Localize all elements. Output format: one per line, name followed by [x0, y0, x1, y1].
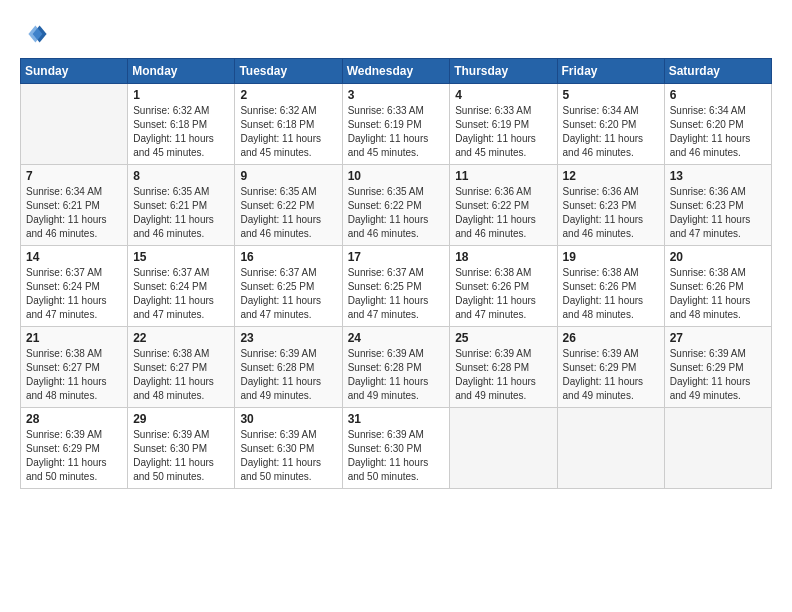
- day-number: 18: [455, 250, 551, 264]
- calendar-cell: 26Sunrise: 6:39 AMSunset: 6:29 PMDayligh…: [557, 327, 664, 408]
- day-info: Sunrise: 6:32 AMSunset: 6:18 PMDaylight:…: [133, 104, 229, 160]
- calendar-cell: 17Sunrise: 6:37 AMSunset: 6:25 PMDayligh…: [342, 246, 450, 327]
- calendar-cell: 30Sunrise: 6:39 AMSunset: 6:30 PMDayligh…: [235, 408, 342, 489]
- day-info: Sunrise: 6:39 AMSunset: 6:29 PMDaylight:…: [563, 347, 659, 403]
- day-number: 17: [348, 250, 445, 264]
- day-number: 9: [240, 169, 336, 183]
- day-info: Sunrise: 6:35 AMSunset: 6:22 PMDaylight:…: [348, 185, 445, 241]
- calendar-cell: 24Sunrise: 6:39 AMSunset: 6:28 PMDayligh…: [342, 327, 450, 408]
- calendar-table: SundayMondayTuesdayWednesdayThursdayFrid…: [20, 58, 772, 489]
- calendar-cell: 20Sunrise: 6:38 AMSunset: 6:26 PMDayligh…: [664, 246, 771, 327]
- general-blue-logo-icon: [20, 20, 48, 48]
- day-number: 2: [240, 88, 336, 102]
- calendar-header-friday: Friday: [557, 59, 664, 84]
- day-info: Sunrise: 6:33 AMSunset: 6:19 PMDaylight:…: [348, 104, 445, 160]
- day-info: Sunrise: 6:37 AMSunset: 6:24 PMDaylight:…: [26, 266, 122, 322]
- day-info: Sunrise: 6:35 AMSunset: 6:21 PMDaylight:…: [133, 185, 229, 241]
- day-number: 3: [348, 88, 445, 102]
- day-number: 4: [455, 88, 551, 102]
- day-info: Sunrise: 6:39 AMSunset: 6:29 PMDaylight:…: [670, 347, 766, 403]
- day-info: Sunrise: 6:39 AMSunset: 6:30 PMDaylight:…: [133, 428, 229, 484]
- day-number: 5: [563, 88, 659, 102]
- calendar-cell: [664, 408, 771, 489]
- day-number: 25: [455, 331, 551, 345]
- day-number: 26: [563, 331, 659, 345]
- calendar-cell: 5Sunrise: 6:34 AMSunset: 6:20 PMDaylight…: [557, 84, 664, 165]
- calendar-cell: 28Sunrise: 6:39 AMSunset: 6:29 PMDayligh…: [21, 408, 128, 489]
- day-info: Sunrise: 6:34 AMSunset: 6:21 PMDaylight:…: [26, 185, 122, 241]
- calendar-cell: [21, 84, 128, 165]
- day-number: 12: [563, 169, 659, 183]
- day-number: 11: [455, 169, 551, 183]
- day-info: Sunrise: 6:37 AMSunset: 6:24 PMDaylight:…: [133, 266, 229, 322]
- day-info: Sunrise: 6:35 AMSunset: 6:22 PMDaylight:…: [240, 185, 336, 241]
- calendar-cell: 18Sunrise: 6:38 AMSunset: 6:26 PMDayligh…: [450, 246, 557, 327]
- day-info: Sunrise: 6:39 AMSunset: 6:28 PMDaylight:…: [455, 347, 551, 403]
- day-number: 15: [133, 250, 229, 264]
- calendar-cell: 6Sunrise: 6:34 AMSunset: 6:20 PMDaylight…: [664, 84, 771, 165]
- calendar-cell: [450, 408, 557, 489]
- calendar-week-row: 1Sunrise: 6:32 AMSunset: 6:18 PMDaylight…: [21, 84, 772, 165]
- day-number: 28: [26, 412, 122, 426]
- day-number: 20: [670, 250, 766, 264]
- calendar-header-row: SundayMondayTuesdayWednesdayThursdayFrid…: [21, 59, 772, 84]
- day-info: Sunrise: 6:32 AMSunset: 6:18 PMDaylight:…: [240, 104, 336, 160]
- day-info: Sunrise: 6:39 AMSunset: 6:30 PMDaylight:…: [240, 428, 336, 484]
- day-number: 30: [240, 412, 336, 426]
- calendar-cell: 12Sunrise: 6:36 AMSunset: 6:23 PMDayligh…: [557, 165, 664, 246]
- day-info: Sunrise: 6:34 AMSunset: 6:20 PMDaylight:…: [563, 104, 659, 160]
- calendar-cell: 14Sunrise: 6:37 AMSunset: 6:24 PMDayligh…: [21, 246, 128, 327]
- calendar-cell: 23Sunrise: 6:39 AMSunset: 6:28 PMDayligh…: [235, 327, 342, 408]
- day-info: Sunrise: 6:36 AMSunset: 6:23 PMDaylight:…: [563, 185, 659, 241]
- day-number: 22: [133, 331, 229, 345]
- calendar-cell: 1Sunrise: 6:32 AMSunset: 6:18 PMDaylight…: [128, 84, 235, 165]
- day-info: Sunrise: 6:37 AMSunset: 6:25 PMDaylight:…: [348, 266, 445, 322]
- day-number: 21: [26, 331, 122, 345]
- day-info: Sunrise: 6:39 AMSunset: 6:30 PMDaylight:…: [348, 428, 445, 484]
- day-number: 13: [670, 169, 766, 183]
- day-info: Sunrise: 6:37 AMSunset: 6:25 PMDaylight:…: [240, 266, 336, 322]
- calendar-cell: 16Sunrise: 6:37 AMSunset: 6:25 PMDayligh…: [235, 246, 342, 327]
- day-number: 23: [240, 331, 336, 345]
- day-number: 10: [348, 169, 445, 183]
- calendar-cell: 22Sunrise: 6:38 AMSunset: 6:27 PMDayligh…: [128, 327, 235, 408]
- calendar-week-row: 7Sunrise: 6:34 AMSunset: 6:21 PMDaylight…: [21, 165, 772, 246]
- calendar-cell: 27Sunrise: 6:39 AMSunset: 6:29 PMDayligh…: [664, 327, 771, 408]
- day-info: Sunrise: 6:39 AMSunset: 6:29 PMDaylight:…: [26, 428, 122, 484]
- calendar-header-saturday: Saturday: [664, 59, 771, 84]
- calendar-cell: 13Sunrise: 6:36 AMSunset: 6:23 PMDayligh…: [664, 165, 771, 246]
- day-number: 29: [133, 412, 229, 426]
- calendar-cell: 4Sunrise: 6:33 AMSunset: 6:19 PMDaylight…: [450, 84, 557, 165]
- calendar-cell: 15Sunrise: 6:37 AMSunset: 6:24 PMDayligh…: [128, 246, 235, 327]
- day-info: Sunrise: 6:38 AMSunset: 6:27 PMDaylight:…: [26, 347, 122, 403]
- calendar-cell: 7Sunrise: 6:34 AMSunset: 6:21 PMDaylight…: [21, 165, 128, 246]
- calendar-header-sunday: Sunday: [21, 59, 128, 84]
- calendar-cell: 19Sunrise: 6:38 AMSunset: 6:26 PMDayligh…: [557, 246, 664, 327]
- calendar-cell: 2Sunrise: 6:32 AMSunset: 6:18 PMDaylight…: [235, 84, 342, 165]
- calendar-cell: 3Sunrise: 6:33 AMSunset: 6:19 PMDaylight…: [342, 84, 450, 165]
- day-info: Sunrise: 6:36 AMSunset: 6:23 PMDaylight:…: [670, 185, 766, 241]
- day-info: Sunrise: 6:39 AMSunset: 6:28 PMDaylight:…: [240, 347, 336, 403]
- day-info: Sunrise: 6:38 AMSunset: 6:26 PMDaylight:…: [455, 266, 551, 322]
- calendar-week-row: 28Sunrise: 6:39 AMSunset: 6:29 PMDayligh…: [21, 408, 772, 489]
- day-number: 14: [26, 250, 122, 264]
- day-number: 8: [133, 169, 229, 183]
- calendar-week-row: 21Sunrise: 6:38 AMSunset: 6:27 PMDayligh…: [21, 327, 772, 408]
- day-number: 31: [348, 412, 445, 426]
- calendar-cell: 21Sunrise: 6:38 AMSunset: 6:27 PMDayligh…: [21, 327, 128, 408]
- calendar-cell: [557, 408, 664, 489]
- logo: [20, 20, 52, 48]
- calendar-cell: 10Sunrise: 6:35 AMSunset: 6:22 PMDayligh…: [342, 165, 450, 246]
- day-number: 19: [563, 250, 659, 264]
- day-number: 7: [26, 169, 122, 183]
- calendar-header-wednesday: Wednesday: [342, 59, 450, 84]
- day-info: Sunrise: 6:34 AMSunset: 6:20 PMDaylight:…: [670, 104, 766, 160]
- day-info: Sunrise: 6:33 AMSunset: 6:19 PMDaylight:…: [455, 104, 551, 160]
- day-number: 16: [240, 250, 336, 264]
- day-number: 6: [670, 88, 766, 102]
- calendar-cell: 31Sunrise: 6:39 AMSunset: 6:30 PMDayligh…: [342, 408, 450, 489]
- day-info: Sunrise: 6:36 AMSunset: 6:22 PMDaylight:…: [455, 185, 551, 241]
- calendar-cell: 25Sunrise: 6:39 AMSunset: 6:28 PMDayligh…: [450, 327, 557, 408]
- day-info: Sunrise: 6:38 AMSunset: 6:26 PMDaylight:…: [563, 266, 659, 322]
- day-number: 1: [133, 88, 229, 102]
